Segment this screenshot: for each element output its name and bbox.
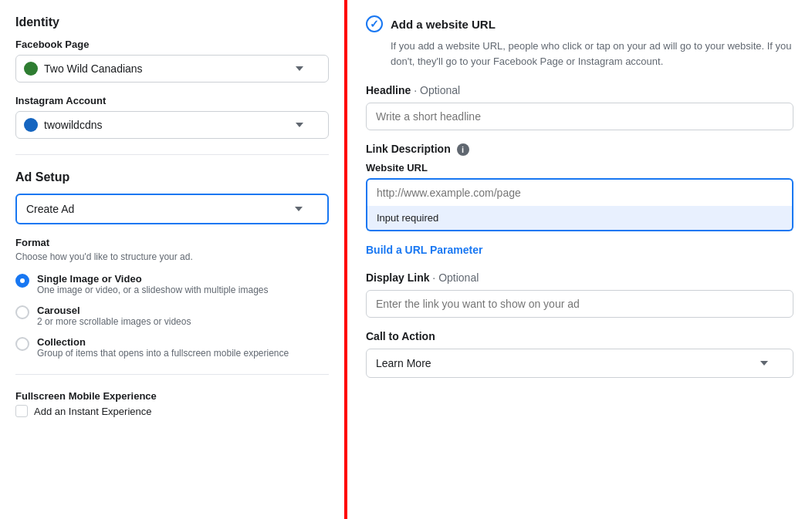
fullscreen-mobile-label: Fullscreen Mobile Experience [15,390,329,402]
radio-carousel-circle [15,305,29,319]
checkmark-icon: ✓ [370,18,379,30]
instagram-account-label: Instagram Account [15,95,329,106]
identity-title: Identity [15,15,329,29]
radio-single-image-dot [20,278,25,283]
ad-setup-select[interactable]: Create Ad [15,194,329,224]
website-url-error-message: Input required [366,206,793,231]
instagram-account-select-inner: twowildcdns [24,118,296,132]
format-label: Format [15,237,329,248]
instant-experience-label: Add an Instant Experience [34,406,152,417]
instagram-account-select-wrapper: twowildcdns [15,111,329,139]
call-to-action-section: Call to Action Learn More [366,330,793,378]
call-to-action-select[interactable]: Learn More [366,349,793,378]
link-description-section: Link Description i Website URL Input req… [366,143,793,231]
radio-single-image-circle [15,274,29,288]
instagram-account-value: twowildcdns [44,119,102,131]
ad-setup-title: Ad Setup [15,170,329,184]
call-to-action-label: Call to Action [366,330,793,342]
website-url-field-label: Website URL [366,162,793,174]
radio-single-image-text: Single Image or Video One image or video… [37,273,268,295]
instagram-account-avatar [24,118,38,132]
ad-setup-chevron-icon [295,207,303,211]
link-description-label-text: Link Description [366,143,451,155]
radio-carousel-text: Carousel 2 or more scrollable images or … [37,305,191,327]
facebook-page-avatar [24,62,38,76]
radio-carousel[interactable]: Carousel 2 or more scrollable images or … [15,305,329,327]
ad-setup-section: Ad Setup Create Ad Format Choose how you… [15,170,329,417]
link-description-info-icon[interactable]: i [457,143,469,156]
radio-collection-title: Collection [37,336,289,348]
display-link-section: Display Link · Optional [366,271,793,318]
website-url-header: ✓ Add a website URL [366,15,793,32]
instagram-account-select[interactable]: twowildcdns [15,111,329,139]
call-to-action-value: Learn More [376,357,431,369]
radio-carousel-subtitle: 2 or more scrollable images or videos [37,316,191,327]
radio-single-image-title: Single Image or Video [37,273,268,285]
format-divider [15,374,329,375]
facebook-page-select-wrapper: Two Wild Canadians [15,55,329,83]
headline-optional-text: · Optional [414,84,460,96]
radio-collection-circle [15,337,29,351]
display-link-label: Display Link · Optional [366,271,793,284]
facebook-page-value: Two Wild Canadians [44,62,143,75]
instagram-account-chevron-icon [296,123,303,127]
facebook-page-chevron-icon [296,66,303,71]
headline-section: Headline · Optional [366,84,793,130]
format-description: Choose how you'd like to structure your … [15,251,329,262]
instant-experience-checkbox-box [15,405,28,417]
headline-label: Headline · Optional [366,84,793,96]
ad-setup-select-value: Create Ad [26,203,74,215]
call-to-action-chevron-icon [760,361,768,366]
left-panel: Identity Facebook Page Two Wild Canadian… [0,0,347,519]
radio-collection-text: Collection Group of items that opens int… [37,336,289,359]
build-url-parameter-link[interactable]: Build a URL Parameter [366,244,482,256]
facebook-page-select-inner: Two Wild Canadians [24,62,296,76]
headline-input[interactable] [366,103,793,130]
display-link-optional-text: · Optional [432,271,479,284]
radio-carousel-title: Carousel [37,305,191,316]
website-url-input[interactable] [366,178,793,206]
website-url-checkmark-circle[interactable]: ✓ [366,15,383,32]
link-description-label: Link Description i [366,143,793,156]
website-url-title: Add a website URL [391,18,496,31]
radio-collection-subtitle: Group of items that opens into a fullscr… [37,348,289,359]
radio-collection[interactable]: Collection Group of items that opens int… [15,336,329,359]
facebook-page-select[interactable]: Two Wild Canadians [15,55,329,83]
display-link-input[interactable] [366,290,793,318]
identity-section: Identity Facebook Page Two Wild Canadian… [15,15,329,139]
instant-experience-checkbox[interactable]: Add an Instant Experience [15,405,329,417]
radio-single-image-subtitle: One image or video, or a slideshow with … [37,285,268,295]
website-url-description: If you add a website URL, people who cli… [391,39,793,69]
headline-label-text: Headline [366,84,411,96]
facebook-page-label: Facebook Page [15,39,329,50]
display-link-label-text: Display Link [366,271,429,284]
right-panel: ✓ Add a website URL If you add a website… [347,0,812,519]
radio-single-image[interactable]: Single Image or Video One image or video… [15,273,329,295]
identity-divider [15,154,329,155]
